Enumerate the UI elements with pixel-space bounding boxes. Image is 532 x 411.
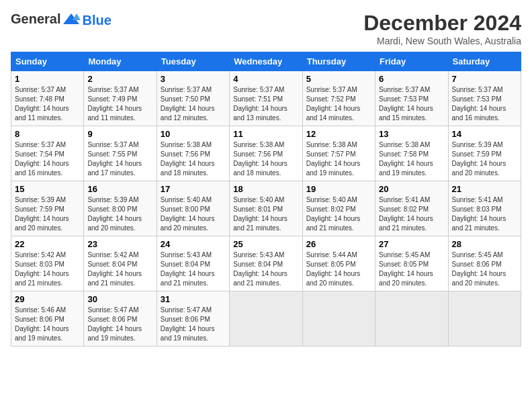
- title-block: December 2024 Mardi, New South Wales, Au…: [363, 11, 521, 46]
- day-number: 20: [379, 184, 444, 194]
- col-sunday: Sunday: [11, 52, 84, 71]
- calendar-container: General Blue December 2024 Mardi, New So…: [11, 11, 521, 347]
- day-number: 19: [306, 184, 371, 194]
- calendar-title: December 2024: [363, 11, 521, 36]
- table-cell: 19 Sunrise: 5:40 AM Sunset: 8:02 PM Dayl…: [302, 181, 375, 236]
- day-number: 10: [161, 129, 226, 139]
- table-cell: 11 Sunrise: 5:38 AM Sunset: 7:56 PM Dayl…: [230, 126, 302, 181]
- table-cell: 30 Sunrise: 5:47 AM Sunset: 8:06 PM Dayl…: [84, 291, 157, 347]
- day-number: 12: [306, 129, 371, 139]
- day-number: 26: [306, 239, 371, 249]
- table-cell: [230, 291, 302, 347]
- calendar-week-row: 22 Sunrise: 5:42 AM Sunset: 8:03 PM Dayl…: [11, 236, 521, 291]
- day-number: 1: [15, 74, 80, 84]
- table-cell: 21 Sunrise: 5:41 AM Sunset: 8:03 PM Dayl…: [448, 181, 521, 236]
- day-info: Sunrise: 5:44 AM Sunset: 8:05 PM Dayligh…: [306, 250, 371, 288]
- day-info: Sunrise: 5:45 AM Sunset: 8:06 PM Dayligh…: [452, 250, 517, 288]
- col-monday: Monday: [84, 52, 157, 71]
- col-friday: Friday: [375, 52, 448, 71]
- table-cell: 13 Sunrise: 5:38 AM Sunset: 7:58 PM Dayl…: [375, 126, 448, 181]
- table-cell: 24 Sunrise: 5:43 AM Sunset: 8:04 PM Dayl…: [157, 236, 229, 291]
- day-number: 5: [306, 74, 371, 84]
- day-number: 16: [87, 184, 152, 194]
- day-info: Sunrise: 5:37 AM Sunset: 7:49 PM Dayligh…: [87, 85, 152, 123]
- table-cell: 18 Sunrise: 5:40 AM Sunset: 8:01 PM Dayl…: [230, 181, 302, 236]
- table-cell: 3 Sunrise: 5:37 AM Sunset: 7:50 PM Dayli…: [157, 71, 229, 126]
- table-cell: 15 Sunrise: 5:39 AM Sunset: 7:59 PM Dayl…: [11, 181, 84, 236]
- day-number: 24: [161, 239, 226, 249]
- day-info: Sunrise: 5:37 AM Sunset: 7:54 PM Dayligh…: [15, 140, 80, 178]
- table-cell: [302, 291, 375, 347]
- day-number: 4: [233, 74, 298, 84]
- table-cell: [448, 291, 521, 347]
- calendar-week-row: 15 Sunrise: 5:39 AM Sunset: 7:59 PM Dayl…: [11, 181, 521, 236]
- day-info: Sunrise: 5:47 AM Sunset: 8:06 PM Dayligh…: [87, 306, 152, 343]
- day-info: Sunrise: 5:47 AM Sunset: 8:06 PM Dayligh…: [161, 306, 226, 343]
- logo-blue-text: Blue: [82, 13, 111, 28]
- calendar-week-row: 29 Sunrise: 5:46 AM Sunset: 8:06 PM Dayl…: [11, 291, 521, 347]
- col-tuesday: Tuesday: [157, 52, 229, 71]
- table-cell: 22 Sunrise: 5:42 AM Sunset: 8:03 PM Dayl…: [11, 236, 84, 291]
- day-info: Sunrise: 5:42 AM Sunset: 8:03 PM Dayligh…: [15, 250, 80, 288]
- day-number: 30: [87, 294, 152, 304]
- day-info: Sunrise: 5:42 AM Sunset: 8:04 PM Dayligh…: [87, 250, 152, 288]
- calendar-week-row: 8 Sunrise: 5:37 AM Sunset: 7:54 PM Dayli…: [11, 126, 521, 181]
- table-cell: 2 Sunrise: 5:37 AM Sunset: 7:49 PM Dayli…: [84, 71, 157, 126]
- table-cell: 28 Sunrise: 5:45 AM Sunset: 8:06 PM Dayl…: [448, 236, 521, 291]
- day-info: Sunrise: 5:46 AM Sunset: 8:06 PM Dayligh…: [15, 306, 80, 343]
- logo-icon: [62, 11, 81, 30]
- day-info: Sunrise: 5:37 AM Sunset: 7:51 PM Dayligh…: [233, 85, 298, 123]
- day-number: 22: [15, 239, 80, 249]
- day-number: 8: [15, 129, 80, 139]
- table-cell: 6 Sunrise: 5:37 AM Sunset: 7:53 PM Dayli…: [375, 71, 448, 126]
- day-info: Sunrise: 5:37 AM Sunset: 7:50 PM Dayligh…: [161, 85, 226, 123]
- day-number: 13: [379, 129, 444, 139]
- day-info: Sunrise: 5:45 AM Sunset: 8:05 PM Dayligh…: [379, 250, 444, 288]
- day-number: 23: [87, 239, 152, 249]
- table-cell: 5 Sunrise: 5:37 AM Sunset: 7:52 PM Dayli…: [302, 71, 375, 126]
- day-number: 25: [233, 239, 298, 249]
- table-cell: 27 Sunrise: 5:45 AM Sunset: 8:05 PM Dayl…: [375, 236, 448, 291]
- col-wednesday: Wednesday: [230, 52, 302, 71]
- day-info: Sunrise: 5:38 AM Sunset: 7:56 PM Dayligh…: [233, 140, 298, 178]
- table-cell: 25 Sunrise: 5:43 AM Sunset: 8:04 PM Dayl…: [230, 236, 302, 291]
- table-cell: 10 Sunrise: 5:38 AM Sunset: 7:56 PM Dayl…: [157, 126, 229, 181]
- day-number: 3: [161, 74, 226, 84]
- day-info: Sunrise: 5:38 AM Sunset: 7:58 PM Dayligh…: [379, 140, 444, 178]
- table-cell: 20 Sunrise: 5:41 AM Sunset: 8:02 PM Dayl…: [375, 181, 448, 236]
- col-thursday: Thursday: [302, 52, 375, 71]
- day-info: Sunrise: 5:39 AM Sunset: 7:59 PM Dayligh…: [452, 140, 517, 178]
- day-info: Sunrise: 5:41 AM Sunset: 8:03 PM Dayligh…: [452, 195, 517, 233]
- day-number: 9: [87, 129, 152, 139]
- day-number: 6: [379, 74, 444, 84]
- day-info: Sunrise: 5:39 AM Sunset: 7:59 PM Dayligh…: [15, 195, 80, 233]
- day-info: Sunrise: 5:40 AM Sunset: 8:01 PM Dayligh…: [233, 195, 298, 233]
- header: General Blue December 2024 Mardi, New So…: [11, 11, 521, 46]
- logo: General Blue: [11, 11, 112, 30]
- table-cell: 8 Sunrise: 5:37 AM Sunset: 7:54 PM Dayli…: [11, 126, 84, 181]
- table-cell: 1 Sunrise: 5:37 AM Sunset: 7:48 PM Dayli…: [11, 71, 84, 126]
- day-info: Sunrise: 5:43 AM Sunset: 8:04 PM Dayligh…: [161, 250, 226, 288]
- day-number: 28: [452, 239, 517, 249]
- day-info: Sunrise: 5:38 AM Sunset: 7:56 PM Dayligh…: [161, 140, 226, 178]
- day-number: 15: [15, 184, 80, 194]
- day-info: Sunrise: 5:43 AM Sunset: 8:04 PM Dayligh…: [233, 250, 298, 288]
- day-info: Sunrise: 5:40 AM Sunset: 8:00 PM Dayligh…: [161, 195, 226, 233]
- calendar-subtitle: Mardi, New South Wales, Australia: [363, 36, 521, 46]
- day-info: Sunrise: 5:37 AM Sunset: 7:48 PM Dayligh…: [15, 85, 80, 123]
- table-cell: 29 Sunrise: 5:46 AM Sunset: 8:06 PM Dayl…: [11, 291, 84, 347]
- calendar-week-row: 1 Sunrise: 5:37 AM Sunset: 7:48 PM Dayli…: [11, 71, 521, 126]
- day-info: Sunrise: 5:41 AM Sunset: 8:02 PM Dayligh…: [379, 195, 444, 233]
- day-number: 17: [161, 184, 226, 194]
- day-number: 31: [161, 294, 226, 304]
- day-info: Sunrise: 5:37 AM Sunset: 7:55 PM Dayligh…: [87, 140, 152, 178]
- logo-text: General: [11, 11, 81, 30]
- day-number: 14: [452, 129, 517, 139]
- day-info: Sunrise: 5:39 AM Sunset: 8:00 PM Dayligh…: [87, 195, 152, 233]
- day-number: 18: [233, 184, 298, 194]
- day-info: Sunrise: 5:40 AM Sunset: 8:02 PM Dayligh…: [306, 195, 371, 233]
- table-cell: 12 Sunrise: 5:38 AM Sunset: 7:57 PM Dayl…: [302, 126, 375, 181]
- calendar-table: Sunday Monday Tuesday Wednesday Thursday…: [11, 52, 521, 347]
- table-cell: 17 Sunrise: 5:40 AM Sunset: 8:00 PM Dayl…: [157, 181, 229, 236]
- table-cell: 26 Sunrise: 5:44 AM Sunset: 8:05 PM Dayl…: [302, 236, 375, 291]
